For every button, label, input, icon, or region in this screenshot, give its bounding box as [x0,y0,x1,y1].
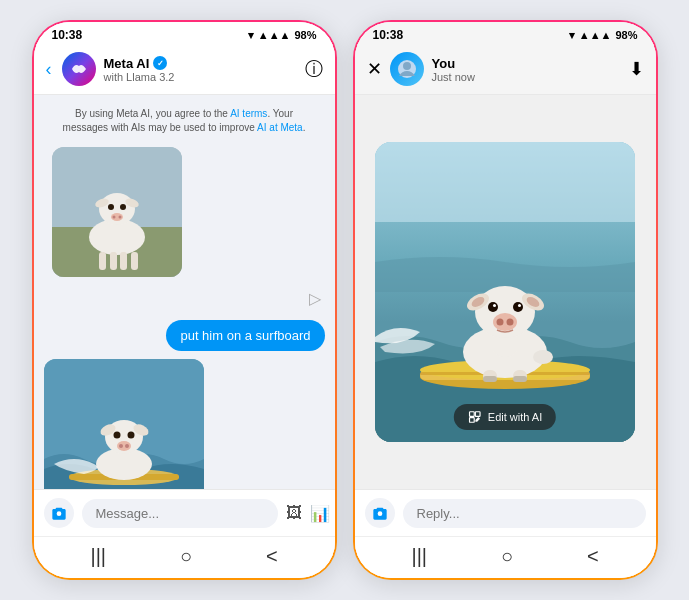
svg-point-51 [507,319,514,326]
svg-rect-58 [475,412,480,417]
svg-point-45 [488,302,498,312]
header-name-right: You [432,56,621,71]
svg-point-23 [113,432,120,439]
svg-point-29 [56,511,61,516]
status-icons-left: ▾ ▲▲▲ 98% [248,29,317,42]
wifi-icon-right: ▾ [569,29,575,42]
svg-rect-55 [513,376,527,382]
nav-home-right[interactable]: ○ [501,545,513,568]
camera-button-left[interactable] [44,498,74,528]
svg-point-26 [119,444,123,448]
camera-button-right[interactable] [365,498,395,528]
ai-surfing-image [44,359,204,489]
nav-menu-right[interactable]: ||| [411,545,427,568]
svg-point-11 [118,216,121,219]
terms-text: By using Meta AI, you agree to the AI te… [44,103,325,139]
svg-point-27 [125,444,129,448]
chat-header-left: ‹ Meta AI ✓ with Llama 3.2 ⓘ [34,46,335,95]
right-phone: 10:38 ▾ ▲▲▲ 98% ✕ You Just now ⬇ [353,20,658,580]
download-button-right[interactable]: ⬇ [629,58,644,80]
svg-point-50 [497,319,504,326]
time-left: 10:38 [52,28,83,42]
svg-point-10 [112,216,115,219]
svg-rect-57 [470,412,475,417]
svg-rect-33 [375,142,635,222]
header-subtitle-right: Just now [432,71,621,83]
ai-image-row [44,147,325,277]
svg-rect-14 [120,252,127,270]
ai-surfing-row [44,359,325,489]
full-image-container: Edit with AI [375,142,635,442]
svg-rect-54 [483,376,497,382]
header-subtitle-left: with Llama 3.2 [104,71,297,83]
header-info-left: Meta AI ✓ with Llama 3.2 [104,56,297,83]
user-message-bubble: put him on a surfboard [166,320,324,351]
nav-back-left[interactable]: < [266,545,278,568]
meta-ai-avatar [62,52,96,86]
wifi-icon: ▾ [248,29,254,42]
user-message-row: put him on a surfboard [44,320,325,351]
svg-rect-59 [470,418,475,423]
svg-point-46 [513,302,523,312]
svg-point-47 [493,304,496,307]
status-icons-right: ▾ ▲▲▲ 98% [569,29,638,42]
user-avatar-right [390,52,424,86]
send-icon-right: ▷ [309,289,325,308]
nav-menu-left[interactable]: ||| [90,545,106,568]
meta-link[interactable]: AI at Meta [257,122,303,133]
nav-back-right[interactable]: < [587,545,599,568]
message-input-left[interactable] [82,499,278,528]
mic-button[interactable]: 📊 [310,504,330,523]
battery-left: 98% [294,29,316,41]
svg-point-60 [377,511,382,516]
right-chat-body: Edit with AI [355,95,656,489]
status-bar-left: 10:38 ▾ ▲▲▲ 98% [34,22,335,46]
edit-with-ai-overlay[interactable]: Edit with AI [454,404,556,430]
svg-point-56 [533,350,553,364]
svg-rect-13 [110,252,117,270]
goat-surf-svg-large [375,142,635,442]
goat-svg-original [52,147,182,277]
svg-point-24 [127,432,134,439]
reply-input-right[interactable] [403,499,646,528]
edit-ai-icon [468,410,482,424]
info-button-left[interactable]: ⓘ [305,57,323,81]
ai-terms-link[interactable]: AI terms [230,108,267,119]
ai-original-image [52,147,182,277]
chat-body-left: By using Meta AI, you agree to the AI te… [34,95,335,489]
goat-surf-svg-small [44,359,204,489]
status-bar-right: 10:38 ▾ ▲▲▲ 98% [355,22,656,46]
svg-point-48 [518,304,521,307]
input-bar-left: 🖼 📊 [34,489,335,536]
svg-rect-15 [131,252,138,270]
header-info-right: You Just now [432,56,621,83]
left-phone: 10:38 ▾ ▲▲▲ 98% ‹ Meta AI ✓ with [32,20,337,580]
svg-point-8 [120,204,126,210]
verified-badge: ✓ [153,56,167,70]
chat-header-right: ✕ You Just now ⬇ [355,46,656,95]
battery-right: 98% [615,29,637,41]
signal-icon-right: ▲▲▲ [579,29,612,41]
close-button-right[interactable]: ✕ [367,58,382,80]
signal-icon: ▲▲▲ [258,29,291,41]
time-right: 10:38 [373,28,404,42]
svg-rect-12 [99,252,106,270]
gallery-button[interactable]: 🖼 [286,504,302,522]
nav-bar-left: ||| ○ < [34,536,335,578]
svg-point-7 [108,204,114,210]
header-name-left: Meta AI ✓ [104,56,297,71]
edit-with-ai-label: Edit with AI [488,411,542,423]
nav-home-left[interactable]: ○ [180,545,192,568]
svg-point-31 [403,62,411,70]
back-button-left[interactable]: ‹ [46,59,52,80]
input-bar-right [355,489,656,536]
nav-bar-right: ||| ○ < [355,536,656,578]
